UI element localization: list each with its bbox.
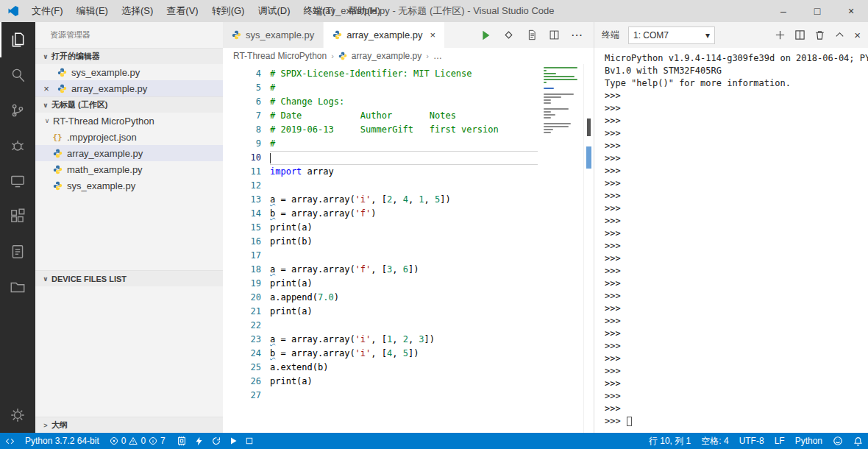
gutter[interactable]: 4567891011121314151617181920212223242526… [223,64,261,433]
code-line[interactable]: a.append(7.0) [270,291,538,305]
close-button[interactable]: × [834,0,868,22]
scrollbar-thumb[interactable] [587,119,591,136]
code-line[interactable]: print(a) [270,221,538,235]
tree-file[interactable]: math_example.py [35,161,223,177]
line-number[interactable]: 11 [223,165,261,179]
folders-icon[interactable] [0,269,35,305]
code-line[interactable] [270,179,538,193]
code-line[interactable]: a = array.array('i', [1, 2, 3]) [270,333,538,347]
language-indicator[interactable]: Python [790,433,828,449]
code-line[interactable]: print(b) [270,235,538,249]
line-col-indicator[interactable]: 行 10, 列 1 [644,433,696,449]
line-number[interactable]: 4 [223,67,261,81]
line-number[interactable]: 9 [223,137,261,151]
line-number[interactable]: 19 [223,277,261,291]
code-line[interactable]: # 2019-06-13 SummerGift first version [270,123,538,137]
editor-scrollbar[interactable] [583,64,594,433]
code-line[interactable]: # [270,81,538,95]
settings-gear-icon[interactable] [0,397,35,433]
menu-file[interactable]: 文件(F) [25,0,70,22]
code-line[interactable]: print(a) [270,305,538,319]
line-number[interactable]: 25 [223,361,261,375]
terminal-select[interactable]: 1: COM7 ▾ [628,26,715,44]
run-file-icon[interactable] [229,436,238,445]
preview-icon[interactable] [525,29,538,41]
line-number[interactable]: 20 [223,291,261,305]
code-line[interactable] [270,151,538,165]
outline-header[interactable]: > 大纲 [35,417,223,433]
minimize-button[interactable]: – [766,0,800,22]
maximize-button[interactable]: □ [800,0,834,22]
line-number[interactable]: 12 [223,179,261,193]
tab-sys-example[interactable]: sys_example.py [223,22,324,48]
menu-help[interactable]: 帮助(H) [341,0,387,22]
code-line[interactable]: a = array.array('i', [2, 4, 1, 5]) [270,193,538,207]
minimap[interactable] [541,66,583,139]
code-line[interactable] [270,319,538,333]
code-line[interactable] [270,389,538,403]
breadcrumb-file[interactable]: array_example.py [352,51,421,61]
line-number[interactable]: 6 [223,95,261,109]
workspace-header[interactable]: ∨ 无标题 (工作区) [35,96,223,113]
menu-edit[interactable]: 编辑(E) [70,0,115,22]
code-line[interactable]: # Date Author Notes [270,109,538,123]
line-number[interactable]: 21 [223,305,261,319]
tree-folder[interactable]: ∨ RT-Thread MicroPython [35,113,223,129]
code-line[interactable]: print(a) [270,277,538,291]
stop-icon[interactable] [245,436,254,445]
board-icon[interactable] [177,436,187,446]
more-actions-icon[interactable]: ⋯ [571,28,583,42]
notes-icon[interactable] [0,234,35,269]
line-number[interactable]: 22 [223,319,261,333]
tab-array-example[interactable]: array_example.py × [324,22,445,48]
chevron-up-icon[interactable] [834,29,845,40]
close-panel-icon[interactable]: × [854,29,861,41]
search-icon[interactable] [0,57,35,93]
extensions-icon[interactable] [0,199,35,234]
source-control-icon[interactable] [0,93,35,128]
indent-indicator[interactable]: 空格: 4 [696,433,733,449]
run-debug-icon[interactable] [502,29,515,41]
terminal-body[interactable]: MicroPython v1.9.4-114-g309fe39d on 2018… [594,48,868,433]
tree-file-selected[interactable]: array_example.py [35,145,223,161]
open-editors-header[interactable]: ∨ 打开的编辑器 [35,48,223,64]
code-line[interactable]: print(a) [270,375,538,389]
line-number[interactable]: 10 [223,151,261,165]
open-editor-item[interactable]: sys_example.py [35,64,223,80]
python-interpreter-status[interactable]: Python 3.7.2 64-bit [20,433,104,449]
code-line[interactable]: b = array.array('f') [270,207,538,221]
feedback-smiley-icon[interactable] [828,433,848,449]
explorer-icon[interactable] [0,22,35,57]
problems-status[interactable]: 0 0 7 [104,433,171,449]
remote-device-icon[interactable] [0,163,35,199]
open-editor-item-active[interactable]: × array_example.py [35,80,223,96]
close-icon[interactable]: × [41,83,51,94]
line-number[interactable]: 17 [223,249,261,263]
line-number[interactable]: 24 [223,347,261,361]
encoding-indicator[interactable]: UTF-8 [734,433,769,449]
code-line[interactable]: b = array.array('i', [4, 5]) [270,347,538,361]
tree-file[interactable]: {} .mpyproject.json [35,129,223,145]
breadcrumb-symbol[interactable]: … [433,51,442,61]
line-number[interactable]: 7 [223,109,261,123]
split-editor-icon[interactable] [548,29,561,41]
close-icon[interactable]: × [430,29,436,40]
line-number[interactable]: 15 [223,221,261,235]
line-number[interactable]: 8 [223,123,261,137]
code-area[interactable]: 4567891011121314151617181920212223242526… [223,64,594,433]
menu-debug[interactable]: 调试(D) [251,0,296,22]
code-line[interactable]: a.extend(b) [270,361,538,375]
line-number[interactable]: 5 [223,81,261,95]
code-line[interactable]: # SPDX-License-Identifier: MIT License [270,67,538,81]
line-number[interactable]: 26 [223,375,261,389]
split-terminal-icon[interactable] [794,29,805,40]
line-number[interactable]: 13 [223,193,261,207]
breadcrumb-folder[interactable]: RT-Thread MicroPython [233,51,327,61]
code-line[interactable]: a = array.array('f', [3, 6]) [270,263,538,277]
run-button[interactable] [479,29,492,42]
menu-view[interactable]: 查看(V) [160,0,204,22]
debug-icon[interactable] [0,128,35,163]
code-line[interactable]: # [270,137,538,151]
code-line[interactable]: # Change Logs: [270,95,538,109]
line-number[interactable]: 16 [223,235,261,249]
